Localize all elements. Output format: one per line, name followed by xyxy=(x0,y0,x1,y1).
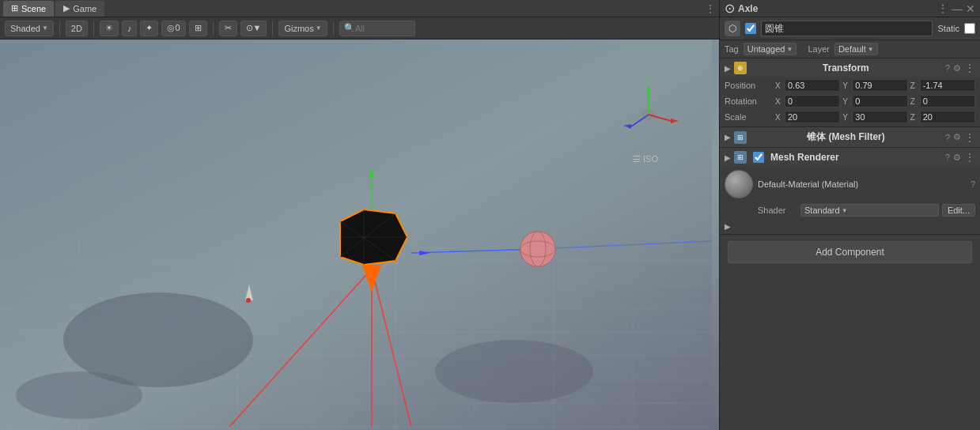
add-component-button[interactable]: Add Component xyxy=(728,241,972,263)
lighting-button[interactable]: ☀ xyxy=(100,21,119,36)
effects-button[interactable]: ✦ xyxy=(140,21,158,36)
layer-dropdown-arrow: ▼ xyxy=(868,46,874,53)
search-input[interactable] xyxy=(355,24,411,33)
inspector-header: ⊙ Axle ⋮ — ✕ xyxy=(720,0,980,17)
material-help-button[interactable]: ? xyxy=(971,179,975,189)
material-section: Default-Material (Material) ? xyxy=(720,167,980,202)
scale-y-input[interactable] xyxy=(852,111,907,123)
rotation-label: Rotation xyxy=(725,96,772,106)
position-row: Position X Y Z xyxy=(720,77,980,93)
grid-button[interactable]: ⊞ xyxy=(189,21,207,36)
rotation-x-label: X xyxy=(775,97,783,106)
shader-edit-button[interactable]: Edit... xyxy=(942,204,975,217)
scale-xyz-group: X Y Z xyxy=(775,111,975,123)
mesh-renderer-settings-button[interactable]: ⚙ xyxy=(953,153,961,163)
rotation-xyz-group: X Y Z xyxy=(775,95,975,108)
game-tab-label: Game xyxy=(73,4,96,13)
mesh-filter-header[interactable]: ▶ ⊞ 锥体 (Mesh Filter) ? ⚙ ⋮ xyxy=(720,127,980,147)
mesh-renderer-active-checkbox[interactable] xyxy=(753,152,764,163)
static-checkbox[interactable] xyxy=(964,23,975,34)
inspector-controls: ⋮ — ✕ xyxy=(937,2,975,15)
mesh-renderer-component: ▶ ⊞ Mesh Renderer ? ⚙ ⋮ Default-Material… xyxy=(720,148,980,235)
transform-header[interactable]: ▶ ⊕ Transform ? ⚙ ⋮ xyxy=(720,58,980,77)
rotation-z-label: Z xyxy=(910,97,918,106)
inspector-panel: ⊙ Axle ⋮ — ✕ ⬡ Static Tag Untagged xyxy=(719,0,980,430)
inspector-close-button[interactable]: ✕ xyxy=(966,2,975,15)
scale-z-input[interactable] xyxy=(920,111,975,123)
mesh-filter-icon: ⊞ xyxy=(734,131,747,144)
tab-more-button[interactable]: ⋮ xyxy=(705,2,716,15)
position-z-input[interactable] xyxy=(920,79,975,92)
object-name-input[interactable] xyxy=(761,21,933,36)
position-y-field: Y xyxy=(842,79,907,92)
occluder-button[interactable]: ◎0 xyxy=(161,21,185,36)
scale-z-label: Z xyxy=(910,113,918,122)
transform-menu-button[interactable]: ⋮ xyxy=(964,62,975,74)
2d-button[interactable]: 2D xyxy=(66,21,88,36)
tab-bar: ⊞ Scene ▶ Game ⋮ xyxy=(0,0,719,17)
scale-row: Scale X Y Z xyxy=(720,109,980,126)
search-box[interactable]: 🔍 xyxy=(339,21,415,36)
mesh-filter-settings-button[interactable]: ⚙ xyxy=(953,132,961,142)
rotation-y-input[interactable] xyxy=(852,95,907,108)
shader-row: Shader Standard ▼ Edit... xyxy=(720,202,980,219)
viewport-area: ⊞ Scene ▶ Game ⋮ Shaded ▼ 2D ☀ ♪ ✦ ◎0 xyxy=(0,0,719,430)
layer-dropdown[interactable]: Default ▼ xyxy=(834,43,878,55)
shader-label: Shader xyxy=(758,206,797,215)
inspector-lock-button[interactable]: ⋮ xyxy=(937,2,948,15)
svg-point-18 xyxy=(435,340,593,403)
svg-text:☰ ISO: ☰ ISO xyxy=(633,154,658,164)
scene-tab-label: Scene xyxy=(21,4,46,13)
rotation-x-field: X xyxy=(775,95,840,108)
object-header: ⬡ Static xyxy=(720,17,980,40)
rotation-z-input[interactable] xyxy=(920,95,975,108)
position-z-label: Z xyxy=(910,81,918,90)
scale-x-input[interactable] xyxy=(785,111,840,123)
tag-layer-row: Tag Untagged ▼ Layer Default ▼ xyxy=(720,40,980,58)
material-name: Default-Material (Material) xyxy=(758,179,966,189)
tab-game[interactable]: ▶ Game xyxy=(55,1,104,17)
mesh-renderer-header[interactable]: ▶ ⊞ Mesh Renderer ? ⚙ ⋮ xyxy=(720,148,980,167)
audio-button[interactable]: ♪ xyxy=(122,21,138,36)
pivot-button[interactable]: ⊙▼ xyxy=(240,21,267,36)
shading-dropdown[interactable]: Shaded ▼ xyxy=(5,21,54,36)
tools-button[interactable]: ✂ xyxy=(219,21,237,36)
game-tab-icon: ▶ xyxy=(63,3,70,13)
rotation-z-field: Z xyxy=(910,95,975,108)
scene-canvas[interactable]: Y ☰ ISO xyxy=(0,40,719,430)
tab-scene[interactable]: ⊞ Scene xyxy=(3,1,54,17)
sep5 xyxy=(333,21,334,36)
mesh-filter-help-button[interactable]: ? xyxy=(945,133,950,142)
mesh-filter-menu-button[interactable]: ⋮ xyxy=(964,131,975,144)
position-label: Position xyxy=(725,81,772,90)
scene-background: Y ☰ ISO xyxy=(0,40,719,430)
tag-dropdown[interactable]: Untagged ▼ xyxy=(744,43,797,55)
object-active-checkbox[interactable] xyxy=(745,23,756,34)
gizmos-dropdown[interactable]: Gizmos ▼ xyxy=(278,21,327,36)
transform-collapse-arrow: ▶ xyxy=(725,64,731,73)
transform-title: Transform xyxy=(750,62,942,74)
position-y-label: Y xyxy=(842,81,850,90)
inspector-title: Axle xyxy=(738,3,758,14)
shader-dropdown[interactable]: Standard ▼ xyxy=(800,204,939,217)
svg-text:Y: Y xyxy=(645,75,650,83)
material-expand-row[interactable]: ▶ xyxy=(720,219,980,234)
scale-z-field: Z xyxy=(910,111,975,123)
inspector-more-button[interactable]: — xyxy=(952,2,963,15)
inspector-icon: ⊙ xyxy=(725,1,735,16)
mesh-filter-title: 锥体 (Mesh Filter) xyxy=(750,130,942,144)
position-x-input[interactable] xyxy=(785,79,840,92)
transform-component: ▶ ⊕ Transform ? ⚙ ⋮ Position X xyxy=(720,58,980,127)
mesh-renderer-help-button[interactable]: ? xyxy=(945,153,950,162)
rotation-x-input[interactable] xyxy=(785,95,840,108)
material-expand-arrow: ▶ xyxy=(725,222,731,231)
position-y-input[interactable] xyxy=(852,79,907,92)
position-z-field: Z xyxy=(910,79,975,92)
mesh-renderer-menu-button[interactable]: ⋮ xyxy=(964,151,975,164)
mesh-filter-component: ▶ ⊞ 锥体 (Mesh Filter) ? ⚙ ⋮ xyxy=(720,127,980,148)
tag-label: Tag xyxy=(725,44,739,54)
transform-settings-button[interactable]: ⚙ xyxy=(953,63,961,74)
svg-point-39 xyxy=(246,298,251,303)
material-info: Default-Material (Material) xyxy=(758,179,966,189)
transform-help-button[interactable]: ? xyxy=(945,63,950,73)
